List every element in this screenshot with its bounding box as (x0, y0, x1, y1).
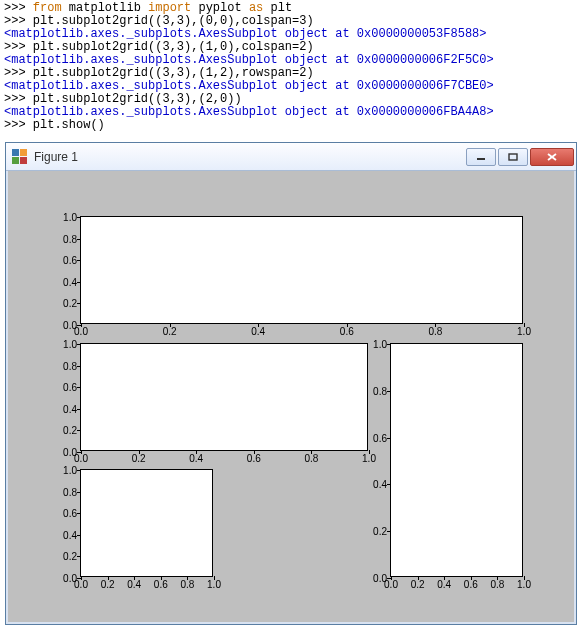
prompt: >>> (4, 40, 33, 54)
ytick-mark (77, 303, 81, 304)
subplot-ax1: 0.00.20.40.60.81.00.00.20.40.60.81.0 (80, 216, 523, 324)
ytick-mark (77, 387, 81, 388)
code-text: pyplot (191, 1, 249, 15)
ytick-mark (77, 513, 81, 514)
xtick-mark (524, 323, 525, 327)
xtick-mark (214, 576, 215, 580)
xtick-mark (471, 576, 472, 580)
ytick-mark (387, 344, 391, 345)
console-output: <matplotlib.axes._subplots.AxesSubplot o… (4, 53, 494, 67)
xtick-mark (81, 576, 82, 580)
xtick-mark (139, 450, 140, 454)
ytick-mark (77, 556, 81, 557)
minimize-button[interactable] (466, 148, 496, 166)
ytick-mark (77, 239, 81, 240)
code-text: plt.subplot2grid((3,3),(1,2),rowspan=2) (33, 66, 314, 80)
console-output: <matplotlib.axes._subplots.AxesSubplot o… (4, 79, 494, 93)
window-title: Figure 1 (34, 150, 78, 164)
xtick-mark (254, 450, 255, 454)
ytick-mark (77, 344, 81, 345)
ytick-mark (387, 484, 391, 485)
code-text: matplotlib (62, 1, 148, 15)
ytick-mark (77, 260, 81, 261)
prompt: >>> (4, 118, 33, 132)
xtick-mark (391, 576, 392, 580)
code-text: plt (263, 1, 292, 15)
prompt: >>> (4, 14, 33, 28)
figure-canvas[interactable]: 0.00.20.40.60.81.00.00.20.40.60.81.00.00… (6, 171, 576, 624)
xtick-mark (444, 576, 445, 580)
figure-window: Figure 1 0.00.20.40.60.81.00.00.20.40.60… (5, 142, 577, 625)
xtick-mark (170, 323, 171, 327)
console-output: <matplotlib.axes._subplots.AxesSubplot o… (4, 105, 494, 119)
maximize-button[interactable] (498, 148, 528, 166)
keyword: from (33, 1, 62, 15)
xtick-mark (81, 450, 82, 454)
subplot-ax2: 0.00.20.40.60.81.00.00.20.40.60.81.0 (80, 343, 368, 451)
xtick-mark (81, 323, 82, 327)
xtick-mark (187, 576, 188, 580)
code-text: plt.subplot2grid((3,3),(1,0),colspan=2) (33, 40, 314, 54)
xtick-mark (524, 576, 525, 580)
code-text: plt.subplot2grid((3,3),(2,0)) (33, 92, 242, 106)
ytick-mark (77, 492, 81, 493)
xtick-mark (497, 576, 498, 580)
ytick-mark (77, 470, 81, 471)
subplot-ax4: 0.00.20.40.60.81.00.00.20.40.60.81.0 (80, 469, 213, 577)
code-text: plt.subplot2grid((3,3),(0,0),colspan=3) (33, 14, 314, 28)
xtick-mark (347, 323, 348, 327)
prompt: >>> (4, 66, 33, 80)
window-titlebar[interactable]: Figure 1 (6, 143, 576, 171)
ytick-mark (77, 409, 81, 410)
keyword: import (148, 1, 191, 15)
xtick-mark (196, 450, 197, 454)
ytick-mark (77, 430, 81, 431)
xtick-mark (134, 576, 135, 580)
xtick-mark (108, 576, 109, 580)
prompt: >>> (4, 92, 33, 106)
code-text: plt.show() (33, 118, 105, 132)
xtick-mark (418, 576, 419, 580)
console-output: <matplotlib.axes._subplots.AxesSubplot o… (4, 27, 486, 41)
ytick-mark (77, 217, 81, 218)
xtick-mark (369, 450, 370, 454)
subplot-ax3: 0.00.20.40.60.81.00.00.20.40.60.81.0 (390, 343, 523, 577)
xtick-mark (161, 576, 162, 580)
ytick-mark (387, 531, 391, 532)
close-button[interactable] (530, 148, 574, 166)
python-console[interactable]: >>> from matplotlib import pyplot as plt… (0, 0, 581, 138)
ytick-mark (387, 391, 391, 392)
console-line: >>> plt.show() (4, 119, 577, 132)
ytick-mark (77, 366, 81, 367)
xtick-mark (311, 450, 312, 454)
ytick-mark (387, 438, 391, 439)
keyword: as (249, 1, 263, 15)
matplotlib-icon (12, 149, 28, 165)
ytick-mark (77, 535, 81, 536)
svg-rect-1 (509, 154, 517, 160)
xtick-mark (435, 323, 436, 327)
prompt: >>> (4, 1, 33, 15)
ytick-mark (77, 282, 81, 283)
xtick-mark (258, 323, 259, 327)
